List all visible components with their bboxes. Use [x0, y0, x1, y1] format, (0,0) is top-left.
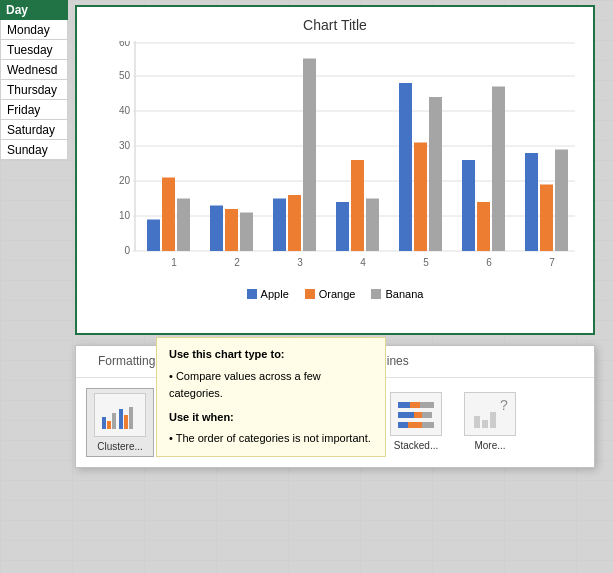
- svg-rect-36: [477, 202, 490, 251]
- tooltip-point2: • The order of categories is not importa…: [169, 430, 373, 448]
- legend-apple: Apple: [247, 288, 289, 300]
- sidebar-row-thursday: Thursday: [0, 80, 68, 100]
- svg-rect-20: [225, 209, 238, 251]
- svg-rect-66: [398, 412, 414, 418]
- legend-banana-dot: [371, 289, 381, 299]
- tooltip-point1: • Compare values across a few categories…: [169, 368, 373, 403]
- svg-rect-21: [240, 213, 253, 252]
- chart-legend: Apple Orange Banana: [87, 288, 583, 300]
- svg-text:6: 6: [486, 257, 492, 268]
- svg-rect-40: [540, 185, 553, 252]
- sidebar-row-monday: Monday: [0, 20, 68, 40]
- svg-text:2: 2: [234, 257, 240, 268]
- chart-option-more[interactable]: ? More...: [456, 388, 524, 455]
- legend-orange-label: Orange: [319, 288, 356, 300]
- more-charts-icon: ?: [464, 392, 516, 436]
- svg-text:0: 0: [124, 245, 130, 256]
- svg-rect-28: [351, 160, 364, 251]
- svg-text:4: 4: [360, 257, 366, 268]
- svg-rect-16: [162, 178, 175, 252]
- svg-text:7: 7: [549, 257, 555, 268]
- legend-orange: Orange: [305, 288, 356, 300]
- svg-text:30: 30: [119, 140, 131, 151]
- svg-text:5: 5: [423, 257, 429, 268]
- svg-rect-35: [462, 160, 475, 251]
- svg-rect-29: [366, 199, 379, 252]
- legend-orange-dot: [305, 289, 315, 299]
- sidebar-row-tuesday: Tuesday: [0, 40, 68, 60]
- chart-option-stacked-bar[interactable]: Stacked...: [382, 388, 450, 455]
- svg-rect-68: [422, 412, 432, 418]
- chart-tooltip: Use this chart type to: • Compare values…: [156, 337, 386, 457]
- svg-rect-19: [210, 206, 223, 252]
- stacked-bar-label: Stacked...: [394, 440, 438, 451]
- sidebar-row-saturday: Saturday: [0, 120, 68, 140]
- svg-rect-63: [398, 402, 410, 408]
- chart-title: Chart Title: [87, 17, 583, 33]
- legend-apple-label: Apple: [261, 288, 289, 300]
- tooltip-use-when: Use it when:: [169, 409, 373, 427]
- legend-apple-dot: [247, 289, 257, 299]
- svg-rect-33: [429, 97, 442, 251]
- svg-rect-39: [525, 153, 538, 251]
- sidebar: Day Monday Tuesday Wednesd Thursday Frid…: [0, 0, 68, 200]
- svg-rect-23: [273, 199, 286, 252]
- svg-rect-32: [414, 143, 427, 252]
- chart-area: 0 10 20 30 40 50 60 1: [87, 41, 583, 306]
- stacked-bar-icon: [390, 392, 442, 436]
- svg-rect-71: [422, 422, 434, 428]
- tooltip-header: Use this chart type to:: [169, 346, 373, 364]
- sidebar-row-friday: Friday: [0, 100, 68, 120]
- svg-rect-65: [420, 402, 434, 408]
- svg-rect-72: [474, 416, 480, 428]
- svg-rect-64: [410, 402, 420, 408]
- svg-rect-31: [399, 83, 412, 251]
- svg-rect-25: [303, 59, 316, 252]
- svg-text:60: 60: [119, 41, 131, 48]
- legend-banana: Banana: [371, 288, 423, 300]
- svg-text:?: ?: [500, 398, 508, 413]
- svg-rect-44: [107, 421, 111, 429]
- svg-rect-17: [177, 199, 190, 252]
- quick-analysis-panel: Formatting Charts Totals Tables Sparklin…: [75, 345, 595, 468]
- svg-rect-15: [147, 220, 160, 252]
- bar-chart-svg: 0 10 20 30 40 50 60 1: [87, 41, 583, 281]
- svg-rect-45: [112, 413, 116, 429]
- svg-rect-41: [555, 150, 568, 252]
- svg-rect-24: [288, 195, 301, 251]
- chart-container: Chart Title 0 10 20 30 40 50 60: [75, 5, 595, 335]
- clustered-col-label: Clustere...: [97, 441, 143, 452]
- svg-rect-67: [414, 412, 422, 418]
- svg-rect-46: [119, 409, 123, 429]
- svg-rect-74: [490, 412, 496, 428]
- svg-rect-37: [492, 87, 505, 252]
- more-label: More...: [474, 440, 505, 451]
- svg-rect-48: [129, 407, 133, 429]
- svg-text:1: 1: [171, 257, 177, 268]
- legend-banana-label: Banana: [385, 288, 423, 300]
- svg-rect-27: [336, 202, 349, 251]
- svg-text:40: 40: [119, 105, 131, 116]
- chart-option-clustered-col[interactable]: Clustere...: [86, 388, 154, 457]
- svg-text:50: 50: [119, 70, 131, 81]
- svg-rect-47: [124, 415, 128, 429]
- sidebar-header: Day: [0, 0, 68, 20]
- svg-text:20: 20: [119, 175, 131, 186]
- svg-text:3: 3: [297, 257, 303, 268]
- svg-text:10: 10: [119, 210, 131, 221]
- svg-rect-73: [482, 420, 488, 428]
- sidebar-row-wednesday: Wednesd: [0, 60, 68, 80]
- sidebar-row-sunday: Sunday: [0, 140, 68, 160]
- svg-rect-43: [102, 417, 106, 429]
- clustered-col-icon: [94, 393, 146, 437]
- svg-rect-70: [408, 422, 422, 428]
- svg-rect-69: [398, 422, 408, 428]
